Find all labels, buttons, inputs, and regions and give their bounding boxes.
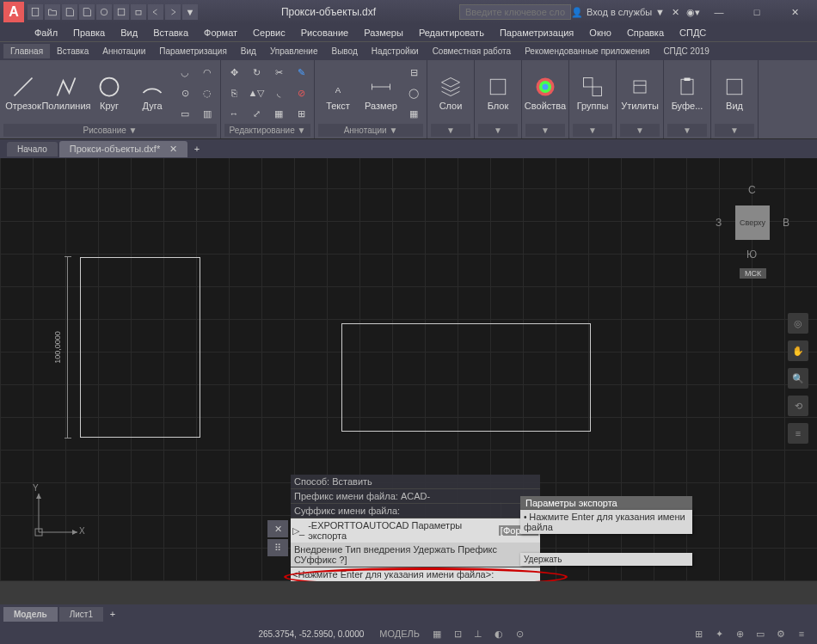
menu-window[interactable]: Окно — [582, 26, 618, 40]
btn-fillet[interactable]: ◟ — [269, 83, 288, 102]
status-btn-a[interactable]: ⊞ — [690, 625, 707, 642]
menu-tools[interactable]: Сервис — [246, 26, 292, 40]
ucs-icon[interactable]: X Y — [26, 485, 86, 547]
btn-ann-sm3[interactable]: ▦ — [404, 104, 423, 123]
popup-line-1[interactable]: • Нажмите Enter для указания имени файла — [520, 510, 692, 534]
filetab-add[interactable]: + — [189, 141, 205, 156]
nav-wheel[interactable]: ◎ — [788, 313, 808, 334]
menu-insert[interactable]: Вставка — [146, 26, 195, 40]
btn-edit-sm2[interactable]: ⊘ — [292, 83, 310, 102]
help-dropdown[interactable]: ◉▾ — [686, 7, 700, 18]
menu-spds[interactable]: СПДС — [673, 26, 713, 40]
app-icon[interactable]: A — [3, 2, 24, 22]
panel-block-title[interactable]: ▼ — [478, 124, 518, 137]
btn-arc[interactable]: Дуга — [132, 67, 172, 119]
nav-orbit[interactable]: ⟲ — [788, 396, 808, 416]
panel-props-title[interactable]: ▼ — [525, 124, 565, 137]
btn-mirror[interactable]: ▲▽ — [247, 83, 266, 102]
tab-parametric[interactable]: Параметризация — [152, 44, 234, 58]
btn-polyline[interactable]: Полилиния — [46, 67, 86, 119]
layout-model[interactable]: Модель — [3, 607, 58, 622]
panel-view-title[interactable]: ▼ — [715, 124, 754, 137]
qat-dropdown[interactable]: ▼ — [182, 4, 198, 20]
panel-clipboard-title[interactable]: ▼ — [667, 124, 707, 137]
status-btn-b[interactable]: ✦ — [710, 625, 728, 642]
status-polar[interactable]: ◐ — [490, 625, 507, 642]
filetab-current[interactable]: Прокси-объекты.dxf* ✕ — [59, 141, 187, 157]
drawing-canvas[interactable]: 100,0000 С З Сверху В Ю МСК ◎ ✋ 🔍 ⟲ ≡ X … — [0, 158, 817, 581]
qat-btn6[interactable] — [114, 4, 129, 20]
status-btn-f[interactable]: ≡ — [793, 625, 810, 642]
maximize-button[interactable]: □ — [738, 0, 776, 24]
btn-rotate[interactable]: ↻ — [247, 63, 266, 82]
btn-draw-sm2[interactable]: ⊙ — [175, 83, 194, 102]
qat-redo[interactable] — [165, 4, 181, 20]
btn-array[interactable]: ▦ — [269, 104, 288, 123]
tab-featured[interactable]: Рекомендованные приложения — [518, 44, 656, 58]
layout-sheet1[interactable]: Лист1 — [59, 607, 103, 622]
popup-line-3[interactable]: Удержать — [520, 553, 692, 566]
menu-help[interactable]: Справка — [620, 26, 671, 40]
qat-new[interactable] — [28, 4, 43, 20]
btn-trim[interactable]: ✂ — [269, 63, 288, 82]
status-model[interactable]: МОДЕЛЬ — [374, 625, 425, 642]
status-btn-c[interactable]: ⊕ — [731, 625, 748, 642]
qat-save[interactable] — [62, 4, 77, 20]
qat-print[interactable] — [131, 4, 146, 20]
btn-line[interactable]: Отрезок — [3, 67, 43, 119]
btn-text[interactable]: AТекст — [318, 67, 358, 119]
tab-addins[interactable]: Надстройки — [365, 44, 426, 58]
menu-view[interactable]: Вид — [114, 26, 144, 40]
cube-west[interactable]: З — [716, 217, 722, 229]
menu-format[interactable]: Формат — [197, 26, 244, 40]
panel-layers-title[interactable]: ▼ — [431, 124, 470, 137]
btn-layers[interactable]: Слои — [431, 67, 470, 119]
status-btn-d[interactable]: ▭ — [752, 625, 769, 642]
cube-east[interactable]: В — [783, 217, 789, 229]
nav-show[interactable]: ≡ — [788, 423, 808, 444]
btn-draw-sm5[interactable]: ◌ — [198, 83, 217, 102]
tab-annotate[interactable]: Аннотации — [95, 44, 152, 58]
menu-modify[interactable]: Редактировать — [412, 26, 491, 40]
btn-view[interactable]: Вид — [715, 67, 754, 119]
tab-output[interactable]: Вывод — [325, 44, 365, 58]
qat-btn5[interactable] — [96, 4, 112, 20]
panel-edit-title[interactable]: Редактирование ▼ — [224, 124, 310, 137]
tab-insert[interactable]: Вставка — [50, 44, 95, 58]
minimize-button[interactable]: — — [700, 0, 738, 24]
btn-stretch[interactable]: ↔ — [224, 104, 243, 123]
btn-groups[interactable]: Группы — [573, 67, 612, 119]
viewcube[interactable]: С З Сверху В Ю МСК — [714, 175, 791, 279]
cube-south[interactable]: Ю — [746, 248, 757, 261]
btn-circle[interactable]: Круг — [89, 67, 129, 119]
search-input[interactable] — [459, 4, 571, 20]
btn-ann-sm1[interactable]: ⊟ — [404, 63, 423, 82]
commandline[interactable]: Способ: Вставить Префикс имени файла: AC… — [291, 475, 540, 581]
panel-draw-title[interactable]: Рисование ▼ — [3, 124, 217, 137]
panel-groups-title[interactable]: ▼ — [573, 124, 612, 137]
menu-file[interactable]: Файл — [28, 26, 64, 40]
filetab-start[interactable]: Начало — [7, 142, 58, 156]
qat-open[interactable] — [45, 4, 60, 20]
tab-manage[interactable]: Управление — [263, 44, 325, 58]
status-grid[interactable]: ▦ — [428, 625, 445, 642]
btn-draw-sm6[interactable]: ▥ — [198, 104, 217, 123]
cmd-prompt-row[interactable]: <Нажмите Enter для указания имени файла>… — [291, 567, 540, 581]
btn-ann-sm2[interactable]: ◯ — [404, 83, 423, 102]
btn-edit-sm1[interactable]: ✎ — [292, 63, 310, 82]
btn-utils[interactable]: Утилиты — [620, 67, 660, 119]
nav-zoom[interactable]: 🔍 — [788, 368, 808, 389]
tab-spds[interactable]: СПДС 2019 — [656, 44, 716, 58]
menu-dimension[interactable]: Размеры — [357, 26, 410, 40]
cube-north[interactable]: С — [748, 184, 756, 196]
status-ortho[interactable]: ⊥ — [470, 625, 487, 642]
dimension-line[interactable] — [67, 257, 68, 438]
tab-collab[interactable]: Совместная работа — [426, 44, 519, 58]
btn-copy[interactable]: ⎘ — [224, 83, 243, 102]
qat-saveas[interactable] — [79, 4, 95, 20]
btn-clipboard[interactable]: Буфе... — [667, 67, 707, 119]
qat-undo[interactable] — [148, 4, 163, 20]
cmd-input-1[interactable]: ▷_ -EXPORTTOAUTOCAD Параметры экспорта [… — [291, 518, 540, 543]
btn-draw-sm4[interactable]: ◠ — [198, 63, 217, 82]
menu-parametric[interactable]: Параметризация — [493, 26, 580, 40]
